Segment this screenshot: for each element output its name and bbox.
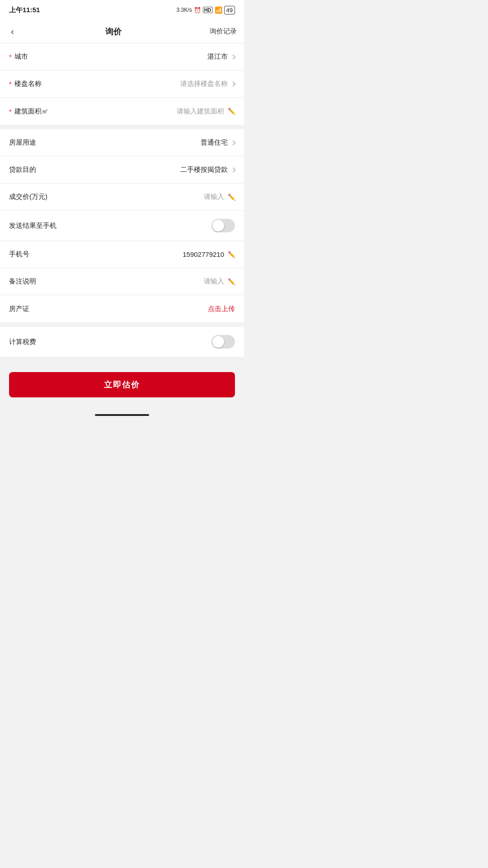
- network-speed: 3.3K/s: [177, 7, 192, 13]
- area-label: * 建筑面积㎡: [9, 107, 48, 116]
- loan-purpose-row[interactable]: 贷款目的 二手楼按揭贷款: [0, 156, 244, 184]
- toggle-knob: [212, 220, 224, 231]
- edit-icon: ✏️: [228, 251, 235, 258]
- building-label: * 楼盘名称: [9, 80, 42, 88]
- edit-icon: ✏️: [228, 278, 235, 285]
- tax-section: 计算税费: [0, 327, 244, 357]
- area-row[interactable]: * 建筑面积㎡ 请输入建筑面积 ✏️: [0, 98, 244, 125]
- home-indicator: [0, 408, 244, 422]
- loan-purpose-label: 贷款目的: [9, 165, 36, 174]
- section-divider-2: [0, 322, 244, 327]
- status-bar: 上午11:51 3.3K/s ⏰ HD 📶 49: [0, 0, 244, 20]
- submit-button[interactable]: 立即估价: [9, 372, 235, 397]
- send-result-label: 发送结果至手机: [9, 222, 56, 230]
- optional-fields-section: 房屋用途 普通住宅 贷款目的 二手楼按揭贷款 成交价(万元) 请输入 ✏️ 发送…: [0, 129, 244, 322]
- tax-label: 计算税费: [9, 338, 36, 346]
- usage-value: 普通住宅: [201, 138, 235, 147]
- area-value: 请输入建筑面积 ✏️: [177, 107, 235, 116]
- send-result-row: 发送结果至手机: [0, 211, 244, 241]
- usage-label: 房屋用途: [9, 138, 36, 147]
- back-button[interactable]: ‹: [7, 23, 18, 40]
- status-icons: 3.3K/s ⏰ HD 📶 49: [177, 6, 235, 14]
- loan-purpose-value: 二手楼按揭贷款: [180, 165, 235, 174]
- inquiry-records-button[interactable]: 询价记录: [210, 27, 237, 36]
- note-label: 备注说明: [9, 277, 36, 286]
- property-cert-row[interactable]: 房产证 点击上传: [0, 295, 244, 322]
- phone-label: 手机号: [9, 250, 29, 259]
- required-fields-section: * 城市 湛江市 * 楼盘名称 请选择楼盘名称 * 建筑面积㎡ 请输入建筑面积 …: [0, 43, 244, 125]
- clock-icon: ⏰: [194, 7, 201, 14]
- edit-icon: ✏️: [228, 108, 235, 115]
- submit-section: 立即估价: [0, 361, 244, 408]
- note-row[interactable]: 备注说明 请输入 ✏️: [0, 268, 244, 295]
- hd-icon: HD: [203, 7, 213, 13]
- city-label: * 城市: [9, 52, 28, 61]
- required-star: *: [9, 53, 12, 61]
- property-cert-upload[interactable]: 点击上传: [208, 305, 235, 313]
- toggle-knob: [212, 336, 224, 348]
- tax-row: 计算税费: [0, 327, 244, 357]
- chevron-right-icon: [230, 140, 235, 145]
- send-result-toggle[interactable]: [211, 219, 235, 232]
- note-value: 请输入 ✏️: [204, 277, 235, 286]
- building-row[interactable]: * 楼盘名称 请选择楼盘名称: [0, 71, 244, 98]
- required-star: *: [9, 80, 12, 88]
- required-star: *: [9, 108, 12, 115]
- city-row[interactable]: * 城市 湛江市: [0, 43, 244, 71]
- wifi-icon: 📶: [215, 6, 222, 14]
- price-value: 请输入 ✏️: [204, 193, 235, 201]
- section-divider-1: [0, 125, 244, 129]
- tax-toggle[interactable]: [211, 335, 235, 349]
- nav-title: 询价: [105, 26, 122, 37]
- city-value: 湛江市: [207, 52, 235, 61]
- price-label: 成交价(万元): [9, 193, 47, 201]
- section-divider-3: [0, 357, 244, 361]
- phone-row[interactable]: 手机号 15902779210 ✏️: [0, 241, 244, 268]
- status-time: 上午11:51: [9, 6, 40, 14]
- chevron-right-icon: [230, 81, 235, 86]
- usage-row[interactable]: 房屋用途 普通住宅: [0, 129, 244, 156]
- building-value: 请选择楼盘名称: [180, 80, 235, 88]
- nav-bar: ‹ 询价 询价记录: [0, 20, 244, 43]
- battery-icon: 49: [224, 6, 235, 14]
- chevron-right-icon: [230, 54, 235, 59]
- home-bar: [95, 414, 149, 416]
- edit-icon: ✏️: [228, 193, 235, 201]
- chevron-right-icon: [230, 167, 235, 172]
- price-row[interactable]: 成交价(万元) 请输入 ✏️: [0, 184, 244, 211]
- phone-value: 15902779210 ✏️: [183, 250, 235, 258]
- property-cert-label: 房产证: [9, 305, 29, 313]
